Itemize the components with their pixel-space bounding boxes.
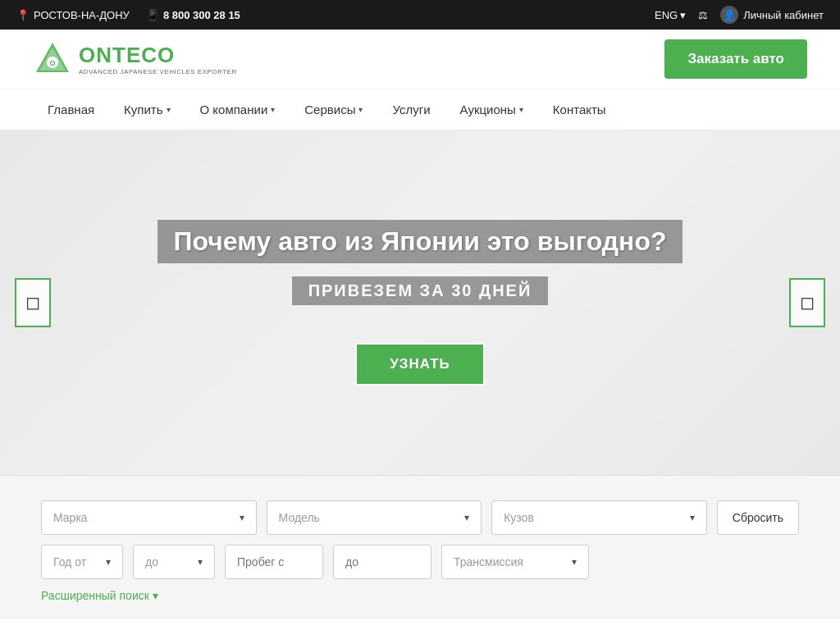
chevron-down-icon: ▾: [572, 556, 577, 568]
chevron-down-icon: ▾: [167, 105, 171, 114]
nav-label-home: Главная: [48, 103, 94, 116]
header: O ONTECO ADVANCED JAPANESE VEHICLES EXPO…: [0, 30, 840, 89]
chevron-down-icon: ▾: [519, 105, 523, 114]
mileage-to-input[interactable]: [333, 545, 431, 579]
search-row-2: Год от ▾ до ▾ Трансмиссия ▾: [41, 545, 799, 579]
cabinet-label: Личный кабинет: [743, 9, 824, 21]
nav-item-home[interactable]: Главная: [33, 89, 109, 130]
location-icon: 📍: [16, 9, 30, 21]
hero-subtitle: ПРИВЕЗЕМ ЗА 30 ДНЕЙ: [292, 276, 549, 305]
chevron-down-icon: ▾: [106, 556, 111, 568]
nav-item-about[interactable]: О компании ▾: [185, 89, 290, 130]
model-select[interactable]: Модель ▾: [267, 500, 482, 535]
chevron-down-icon: ▾: [680, 9, 686, 21]
nav-item-contacts[interactable]: Контакты: [538, 89, 621, 130]
nav-label-uslugi: Услуги: [392, 103, 430, 116]
main-nav: Главная Купить ▾ О компании ▾ Сервисы ▾ …: [0, 89, 840, 130]
chevron-down-icon: ▾: [153, 589, 158, 602]
chevron-down-icon: ▾: [690, 512, 695, 523]
city-label: РОСТОВ-НА-ДОНУ: [34, 9, 130, 21]
marka-select[interactable]: Марка ▾: [41, 500, 257, 535]
chevron-down-icon: ▾: [198, 556, 203, 568]
marka-label: Марка: [53, 511, 88, 524]
mileage-from-field[interactable]: [237, 555, 311, 568]
kuzov-select[interactable]: Кузов ▾: [491, 500, 707, 535]
top-bar-left: 📍 РОСТОВ-НА-ДОНУ 📱 8 800 300 28 15: [16, 9, 240, 21]
reset-button[interactable]: Сбросить: [717, 500, 799, 535]
cabinet-link[interactable]: 👤 Личный кабинет: [720, 6, 824, 24]
logo-text: ONTECO ADVANCED JAPANESE VEHICLES EXPORT…: [79, 43, 237, 75]
nav-item-auctions[interactable]: Аукционы ▾: [445, 89, 538, 130]
chevron-down-icon: ▾: [464, 512, 469, 523]
search-section: Марка ▾ Модель ▾ Кузов ▾ Сбросить Год от…: [0, 475, 840, 619]
advanced-search-label: Расширенный поиск: [41, 589, 149, 602]
location: 📍 РОСТОВ-НА-ДОНУ: [16, 9, 130, 21]
nav-item-services[interactable]: Сервисы ▾: [290, 89, 377, 130]
mileage-to-field[interactable]: [345, 555, 419, 568]
nav-label-about: О компании: [200, 103, 268, 116]
transmission-select[interactable]: Трансмиссия ▾: [441, 545, 589, 579]
mileage-from-input[interactable]: [225, 545, 323, 579]
logo-brand: ONTECO: [79, 43, 237, 68]
nav-item-uslugi[interactable]: Услуги: [377, 89, 445, 130]
phone[interactable]: 📱 8 800 300 28 15: [146, 9, 240, 21]
hero-content: Почему авто из Японии это выгодно? ПРИВЕ…: [158, 220, 683, 386]
nav-label-services: Сервисы: [304, 103, 355, 116]
chevron-down-icon: ▾: [240, 512, 244, 523]
svg-text:O: O: [49, 59, 55, 67]
chevron-right-icon: ◻: [800, 292, 815, 313]
year-from-label: Год от: [53, 555, 86, 568]
top-bar: 📍 РОСТОВ-НА-ДОНУ 📱 8 800 300 28 15 ENG ▾…: [0, 0, 840, 30]
year-to-label: до: [145, 555, 158, 568]
transmission-label: Трансмиссия: [454, 555, 523, 568]
phone-number: 8 800 300 28 15: [163, 9, 240, 21]
phone-icon: 📱: [146, 9, 159, 21]
compare-icon[interactable]: ⚖: [698, 9, 708, 21]
hero-section: ◻ Почему авто из Японии это выгодно? ПРИ…: [0, 130, 840, 475]
kuzov-label: Кузов: [504, 511, 534, 524]
hero-title: Почему авто из Японии это выгодно?: [158, 220, 683, 263]
order-button[interactable]: Заказать авто: [664, 39, 807, 79]
advanced-search-link[interactable]: Расширенный поиск ▾: [41, 589, 799, 602]
search-row-1: Марка ▾ Модель ▾ Кузов ▾ Сбросить: [41, 500, 799, 535]
nav-label-auctions: Аукционы: [460, 103, 516, 116]
chevron-down-icon: ▾: [271, 105, 275, 114]
lang-label: ENG: [655, 9, 678, 21]
year-to-select[interactable]: до ▾: [133, 545, 215, 579]
chevron-left-icon: ◻: [25, 292, 40, 313]
logo-sub: ADVANCED JAPANESE VEHICLES EXPORTER: [79, 68, 237, 75]
hero-next-button[interactable]: ◻: [789, 278, 825, 327]
language-selector[interactable]: ENG ▾: [655, 9, 686, 21]
logo[interactable]: O ONTECO ADVANCED JAPANESE VEHICLES EXPO…: [33, 39, 237, 79]
user-icon: 👤: [720, 6, 738, 24]
nav-label-contacts: Контакты: [553, 103, 606, 116]
model-label: Модель: [279, 511, 320, 524]
logo-icon: O: [33, 39, 72, 79]
chevron-down-icon: ▾: [358, 105, 363, 114]
year-from-select[interactable]: Год от ▾: [41, 545, 123, 579]
nav-label-buy: Купить: [124, 103, 162, 116]
nav-item-buy[interactable]: Купить ▾: [109, 89, 185, 130]
hero-prev-button[interactable]: ◻: [15, 278, 51, 327]
hero-cta-button[interactable]: УЗНАТЬ: [355, 343, 485, 386]
top-bar-right: ENG ▾ ⚖ 👤 Личный кабинет: [655, 6, 824, 24]
